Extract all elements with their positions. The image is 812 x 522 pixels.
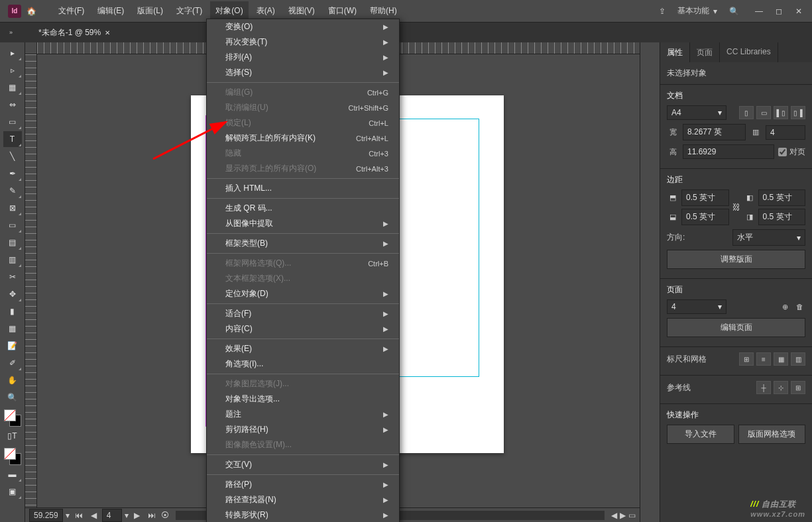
workspace-dropdown[interactable]: 基本功能 ▾ — [672, 3, 723, 19]
line-tool[interactable]: ╲ — [3, 148, 22, 164]
smart-guides-icon[interactable]: ⊹ — [774, 381, 788, 394]
orient-portrait-icon[interactable]: ▯ — [739, 106, 754, 119]
content-collector-tool[interactable]: ▭ — [3, 114, 22, 130]
menu-help[interactable]: 帮助(H) — [365, 1, 402, 21]
edit-page-button[interactable]: 编辑页面 — [667, 318, 805, 337]
page-tool[interactable]: ▦ — [3, 79, 22, 95]
ruler-origin[interactable] — [25, 42, 37, 54]
gradient-feather-tool[interactable]: ▦ — [3, 321, 22, 337]
menu-item-row[interactable]: 选择(S)▶ — [207, 65, 399, 80]
zoom-field[interactable]: 59.259 — [29, 509, 63, 522]
lock-guides-icon[interactable]: ⊞ — [791, 381, 805, 394]
panel-strip[interactable] — [640, 42, 660, 522]
menu-item-row[interactable]: 题注▶ — [207, 407, 399, 422]
eyedropper-tool[interactable]: ✐ — [3, 355, 22, 371]
note-tool[interactable]: 📝 — [3, 338, 22, 354]
scroll-right-icon[interactable]: ▶ — [620, 511, 626, 520]
close-tab-icon[interactable]: ✕ — [105, 29, 110, 36]
facing-checkbox[interactable]: 对页 — [778, 146, 805, 158]
tab-properties[interactable]: 属性 — [660, 42, 690, 62]
layout-grid-icon[interactable]: ▥ — [791, 352, 805, 366]
fill-stroke-swatch-2[interactable] — [3, 448, 23, 465]
pencil-tool[interactable]: ✎ — [3, 183, 22, 199]
expand-panels-icon[interactable]: » — [9, 29, 19, 36]
menu-file[interactable]: 文件(F) — [53, 1, 89, 21]
tab-pages[interactable]: 页面 — [690, 42, 720, 62]
grid-options-button[interactable]: 版面网格选项 — [738, 425, 806, 444]
view-mode[interactable]: ▣ — [3, 484, 22, 499]
link-margins-icon[interactable]: ⛓ — [732, 203, 740, 212]
menu-window[interactable]: 窗口(W) — [323, 1, 362, 21]
menu-item-row[interactable]: 排列(A)▶ — [207, 50, 399, 65]
share-icon[interactable]: ⇪ — [659, 7, 666, 16]
prev-page-button[interactable]: ◀ — [88, 511, 99, 520]
rectangle-frame-tool[interactable]: ⊠ — [3, 200, 22, 216]
gradient-swatch-tool[interactable]: ▮ — [3, 303, 22, 319]
menu-object[interactable]: 对象(O) — [210, 1, 248, 21]
margin-left-field[interactable]: 0.5 英寸 — [758, 189, 806, 206]
page-field[interactable]: 4 — [102, 509, 122, 522]
new-page-icon[interactable]: ⊕ — [779, 301, 791, 313]
menu-item-row[interactable]: 生成 QR 码... — [207, 201, 399, 216]
doc-grid-icon[interactable]: ▦ — [774, 352, 788, 366]
minimize-button[interactable]: — — [750, 5, 768, 18]
menu-type[interactable]: 文字(T) — [171, 1, 207, 21]
search-icon[interactable]: 🔍 — [729, 7, 739, 16]
menu-item-row[interactable]: 转换形状(R)▶ — [207, 507, 399, 522]
ruler-icon[interactable]: ⊞ — [739, 352, 754, 366]
free-transform-tool[interactable]: ✥ — [3, 286, 22, 302]
menu-view[interactable]: 视图(V) — [283, 1, 320, 21]
menu-item-row[interactable]: 对象导出选项... — [207, 392, 399, 407]
rectangle-tool[interactable]: ▭ — [3, 217, 22, 233]
margin-top-field[interactable]: 0.5 英寸 — [681, 189, 729, 206]
type-tool[interactable]: T — [3, 131, 22, 147]
close-button[interactable]: ✕ — [789, 5, 808, 18]
view-toggle-icon[interactable]: ▭ — [628, 511, 636, 520]
menu-item-row[interactable]: 解锁跨页上的所有内容(K)Ctrl+Alt+L — [207, 130, 399, 146]
vgrid-tool[interactable]: ▥ — [3, 252, 22, 268]
menu-item-row[interactable]: 框架类型(B)▶ — [207, 236, 399, 251]
page-number-select[interactable]: 4▾ — [667, 299, 726, 314]
next-page-button[interactable]: ▶ — [131, 511, 143, 520]
format-container-toggle[interactable]: ▯T — [3, 428, 22, 444]
menu-item-row[interactable]: 路径(P)▶ — [207, 477, 399, 492]
pen-tool[interactable]: ✒ — [3, 166, 22, 182]
menu-item-row[interactable]: 剪切路径(H)▶ — [207, 422, 399, 437]
bind-right-icon[interactable]: ▯▐ — [791, 106, 805, 119]
baseline-grid-icon[interactable]: ≡ — [756, 352, 771, 366]
menu-item-row[interactable]: 变换(O)▶ — [207, 19, 399, 34]
margin-right-field[interactable]: 0.5 英寸 — [758, 209, 806, 225]
delete-page-icon[interactable]: 🗑 — [793, 301, 805, 313]
menu-edit[interactable]: 编辑(E) — [92, 1, 129, 21]
gap-tool[interactable]: ⇔ — [3, 97, 22, 113]
pages-field[interactable]: 4 — [766, 125, 805, 140]
guides-toggle-icon[interactable]: ┼ — [756, 381, 771, 394]
menu-item-row[interactable]: 角选项(I)... — [207, 356, 399, 372]
page-preset-select[interactable]: A4▾ — [667, 105, 726, 120]
menu-item-row[interactable]: 从图像中提取▶ — [207, 216, 399, 231]
preflight-icon[interactable]: ⦿ — [161, 511, 169, 520]
import-file-button[interactable]: 导入文件 — [667, 425, 734, 444]
bind-left-icon[interactable]: ▌▯ — [774, 106, 788, 119]
last-page-button[interactable]: ⏭ — [145, 511, 158, 520]
first-page-button[interactable]: ⏮ — [72, 511, 86, 520]
menu-layout[interactable]: 版面(L) — [132, 1, 168, 21]
menu-item-row[interactable]: 适合(F)▶ — [207, 306, 399, 321]
menu-item-row[interactable]: 交互(V)▶ — [207, 457, 399, 472]
zoom-tool[interactable]: 🔍 — [3, 390, 22, 405]
hgrid-tool[interactable]: ▤ — [3, 235, 22, 250]
hand-tool[interactable]: ✋ — [3, 372, 22, 388]
tab-cclibraries[interactable]: CC Libraries — [720, 42, 778, 62]
direct-selection-tool[interactable]: ▹ — [3, 62, 22, 78]
scroll-left-icon[interactable]: ◀ — [611, 511, 617, 520]
menu-item-row[interactable]: 定位对象(D)▶ — [207, 286, 399, 301]
menu-table[interactable]: 表(A) — [251, 1, 280, 21]
orient-landscape-icon[interactable]: ▭ — [756, 106, 771, 119]
menu-item-row[interactable]: 效果(E)▶ — [207, 341, 399, 356]
fill-stroke-swatch[interactable] — [3, 409, 23, 427]
document-tab[interactable]: *未命名-1 @ 59% ✕ — [33, 25, 115, 41]
apply-color[interactable]: ▬ — [3, 466, 22, 482]
menu-item-row[interactable]: 再次变换(T)▶ — [207, 34, 399, 50]
margin-bottom-field[interactable]: 0.5 英寸 — [681, 209, 729, 225]
selection-tool[interactable]: ▸ — [3, 45, 22, 61]
